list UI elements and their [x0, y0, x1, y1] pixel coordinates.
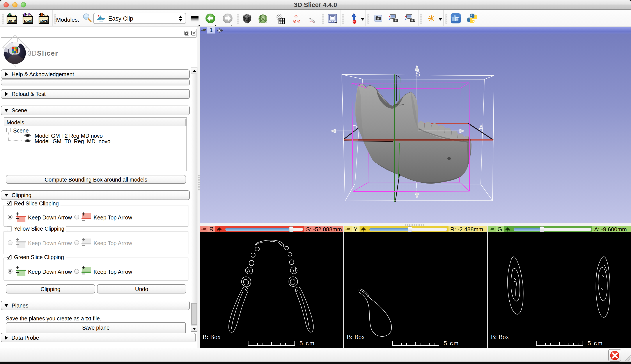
svg-text:B: Box: B: Box	[202, 333, 221, 340]
svg-text:SAVE: SAVE	[40, 19, 48, 22]
svg-text:5 cm: 5 cm	[300, 340, 315, 347]
svg-text:5 cm: 5 cm	[588, 340, 603, 347]
svg-text:P: P	[352, 124, 357, 132]
svg-text:S: S	[415, 70, 420, 78]
svg-text:A: A	[478, 124, 483, 132]
svg-text:DATA: DATA	[8, 19, 16, 22]
svg-text:Slicer: Slicer	[37, 50, 58, 57]
svg-text:I: I	[416, 181, 418, 189]
svg-text:5 cm: 5 cm	[444, 340, 459, 347]
svg-text:3D: 3D	[28, 50, 37, 57]
svg-text:E: E	[455, 16, 459, 22]
svg-text:DCM: DCM	[24, 19, 32, 22]
svg-text:B: Box: B: Box	[491, 333, 509, 340]
svg-text:B: Box: B: Box	[347, 333, 365, 340]
